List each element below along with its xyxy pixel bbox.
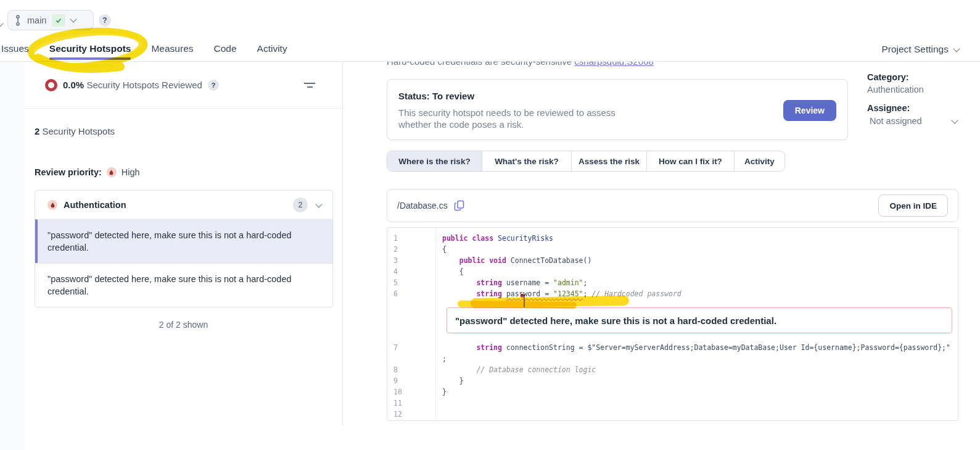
rule-key-link[interactable]: csharpsquid:S2068 xyxy=(574,62,653,67)
project-settings-menu[interactable]: Project Settings xyxy=(881,44,959,55)
nav-item-issues[interactable]: Issues xyxy=(1,43,29,54)
line-number[interactable]: 2 xyxy=(387,245,435,254)
hotspot-detail-panel: Hard-coded credentials are security-sens… xyxy=(0,62,980,450)
code-line: 1public class SecurityRisks xyxy=(387,233,958,244)
nav-item-code[interactable]: Code xyxy=(214,43,237,54)
nav-item-security-hotspots[interactable]: Security Hotspots xyxy=(49,43,131,54)
line-number[interactable]: 4 xyxy=(387,267,435,276)
branch-name: main xyxy=(27,15,46,25)
tab-where-is-the-risk[interactable]: Where is the risk? xyxy=(387,151,482,171)
code-lines: 1public class SecurityRisks2{3 public vo… xyxy=(387,233,958,420)
assignee-label: Assignee: xyxy=(867,103,958,113)
code-text: } xyxy=(435,377,464,385)
open-in-ide-button[interactable]: Open in IDE xyxy=(878,194,948,217)
code-line: 4 { xyxy=(387,266,958,277)
quality-gate-pass-badge xyxy=(52,14,65,27)
nav-item-activity[interactable]: Activity xyxy=(257,43,287,54)
tab-assess-the-risk[interactable]: Assess the risk xyxy=(572,151,647,171)
line-number[interactable]: 1 xyxy=(387,234,435,243)
line-number[interactable]: 3 xyxy=(387,256,435,265)
category-label: Category: xyxy=(867,72,958,82)
status-card: Status: To review This security hotspot … xyxy=(387,79,848,140)
code-line: 6 string password = "12345"; // Hardcode… xyxy=(387,288,958,299)
hotspot-callout: "password" detected here, make sure this… xyxy=(447,307,952,333)
category-value: Authentication xyxy=(867,85,958,94)
code-text: public void ConnectToDatabase() xyxy=(435,256,591,265)
line-number[interactable]: 6 xyxy=(387,290,435,298)
rule-title-text: Hard-coded credentials are security-sens… xyxy=(387,62,574,67)
copy-icon[interactable] xyxy=(454,200,464,211)
chevron-down-icon xyxy=(951,117,958,123)
code-line: 3 public void ConnectToDatabase() xyxy=(387,255,958,266)
status-description: This security hotspot needs to be review… xyxy=(398,107,616,130)
status-title: Status: To review xyxy=(398,91,474,101)
line-number[interactable]: 11 xyxy=(387,399,435,407)
tab-activity[interactable]: Activity xyxy=(735,151,784,171)
line-number[interactable]: 9 xyxy=(387,377,435,385)
code-text: public class SecurityRisks xyxy=(435,234,553,243)
chevron-down-icon xyxy=(70,15,77,22)
code-text: { xyxy=(435,267,464,276)
nav-item-measures[interactable]: Measures xyxy=(151,43,193,54)
line-number[interactable]: 7 xyxy=(387,343,435,352)
status-description-line2: whether the code poses a risk. xyxy=(398,119,616,130)
branch-help-icon[interactable]: ? xyxy=(99,14,111,27)
tab-whats-the-risk[interactable]: What's the risk? xyxy=(482,151,572,171)
code-text: string username = "admin"; xyxy=(435,278,587,287)
code-text: // Database connection logic xyxy=(435,365,596,374)
code-line: 9 } xyxy=(387,375,958,386)
status-description-line1: This security hotspot needs to be review… xyxy=(398,107,616,119)
partial-chevron-icon xyxy=(0,17,2,28)
code-viewer: 1public class SecurityRisks2{3 public vo… xyxy=(387,227,958,421)
assignee-selector[interactable]: Not assigned xyxy=(867,116,958,126)
detail-tabs: Where is the risk? What's the risk? Asse… xyxy=(387,151,785,172)
review-button[interactable]: Review xyxy=(783,100,836,121)
code-line: 8 // Database connection logic xyxy=(387,364,958,375)
code-text: } xyxy=(435,388,447,396)
check-icon xyxy=(55,17,62,24)
file-path: /Database.cs xyxy=(397,201,448,210)
branch-selector[interactable]: main xyxy=(7,10,94,30)
tab-how-can-i-fix-it[interactable]: How can I fix it? xyxy=(647,151,735,171)
code-line: 2{ xyxy=(387,244,958,255)
code-line: 12 xyxy=(387,409,958,420)
file-header: /Database.cs Open in IDE xyxy=(387,189,958,222)
line-number[interactable]: 10 xyxy=(387,388,435,396)
line-number[interactable]: 12 xyxy=(387,410,435,419)
code-text: string connectionString = $"Server=mySer… xyxy=(435,343,950,352)
assignee-value: Not assigned xyxy=(867,116,922,126)
hotspot-meta: Category: Authentication Assignee: Not a… xyxy=(867,72,958,126)
code-text: string password = "12345"; // Hardcoded … xyxy=(435,290,681,298)
git-branch-icon xyxy=(14,15,22,26)
project-settings-label: Project Settings xyxy=(881,44,949,55)
line-number-divider xyxy=(435,228,436,420)
rule-title: Hard-coded credentials are security-sens… xyxy=(387,62,654,67)
code-text: ; xyxy=(435,354,447,363)
code-line: 7 string connectionString = $"Server=myS… xyxy=(387,342,958,353)
top-header: main ? Issues Security Hotspots Measures… xyxy=(0,0,980,62)
line-number[interactable]: 8 xyxy=(387,365,435,374)
line-number[interactable]: 5 xyxy=(387,278,435,287)
chevron-down-icon xyxy=(953,45,960,52)
code-text: { xyxy=(435,245,447,254)
code-line: 5 string username = "admin"; xyxy=(387,277,958,288)
code-line: 11 xyxy=(387,398,958,409)
project-nav: Issues Security Hotspots Measures Code A… xyxy=(1,43,287,54)
code-line: ; xyxy=(387,353,958,364)
code-line: 10} xyxy=(387,386,958,398)
